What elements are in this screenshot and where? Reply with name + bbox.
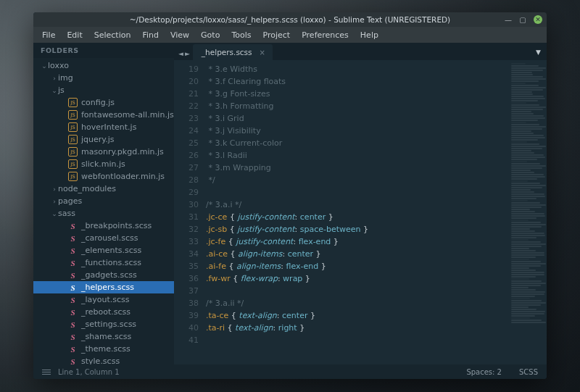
folder-tree[interactable]: ⌄loxxo›img⌄jsJSconfig.jsJSfontawesome-al… [33, 58, 174, 364]
menubar: FileEditSelectionFindViewGotoToolsProjec… [33, 27, 547, 43]
maximize-icon[interactable]: ▢ [519, 16, 526, 23]
tab-close-icon[interactable]: × [260, 49, 265, 57]
tree-item-label: fontawesome-all.min.js [81, 110, 174, 120]
file-jquery.js[interactable]: JSjquery.js [33, 133, 174, 146]
tree-item-label: slick.min.js [81, 159, 125, 169]
file-masonry.pkgd.min.js[interactable]: JSmasonry.pkgd.min.js [33, 146, 174, 158]
file-_helpers.scss[interactable]: S_helpers.scss [33, 281, 174, 293]
tree-item-label: webfontloader.min.js [81, 172, 165, 181]
file-_breakpoints.scss[interactable]: S_breakpoints.scss [33, 220, 174, 232]
menu-tools[interactable]: Tools [225, 28, 257, 42]
code-line[interactable]: * 3.g Font-sizes [206, 88, 509, 100]
close-icon[interactable]: ✕ [534, 15, 542, 24]
line-number: 38 [174, 297, 199, 309]
code-content[interactable]: * 3.e Widths * 3.f Clearing floats * 3.g… [206, 60, 509, 364]
tree-item-label: _breakpoints.scss [81, 221, 152, 230]
code-line[interactable]: .jc-fe { justify-content: flex-end } [206, 235, 509, 248]
line-number: 36 [174, 272, 199, 285]
folder-js[interactable]: ⌄js [33, 84, 174, 96]
menu-help[interactable]: Help [355, 28, 384, 42]
code-line[interactable]: .jc-sb { justify-content: space-between … [206, 223, 509, 235]
menu-find[interactable]: Find [136, 28, 165, 42]
tree-item-label: _shame.scss [81, 332, 131, 341]
code-line[interactable]: .ta-ce { text-align: center } [206, 309, 509, 322]
menu-project[interactable]: Project [257, 28, 297, 42]
js-file-icon: JS [68, 147, 78, 157]
file-fontawesome-all.min.js[interactable]: JSfontawesome-all.min.js [33, 109, 174, 121]
code-line[interactable]: */ [206, 174, 509, 186]
code-line[interactable]: * 3.i Grid [206, 112, 509, 125]
folder-sass[interactable]: ⌄sass [33, 207, 174, 220]
code-line[interactable]: /* 3.a.ii */ [206, 297, 509, 309]
code-line[interactable]: .ta-ri { text-align: right } [206, 322, 509, 334]
file-style.scss[interactable]: Sstyle.scss [33, 355, 174, 364]
syntax-setting[interactable]: SCSS [519, 368, 538, 376]
code-line[interactable]: .fw-wr { flex-wrap: wrap } [206, 272, 509, 285]
minimap[interactable] [509, 60, 547, 364]
tab-nav-arrows[interactable]: ◄► [174, 50, 193, 60]
file-webfontloader.min.js[interactable]: JSwebfontloader.min.js [33, 170, 174, 183]
file-_carousel.scss[interactable]: S_carousel.scss [33, 232, 174, 244]
indent-setting[interactable]: Spaces: 2 [466, 368, 502, 376]
sass-file-icon: S [68, 258, 78, 267]
line-number: 24 [174, 125, 199, 137]
code-line[interactable] [206, 186, 509, 199]
code-line[interactable] [206, 334, 509, 346]
folder-node_modules[interactable]: ›node_modules [33, 183, 174, 195]
menu-preferences[interactable]: Preferences [296, 28, 355, 42]
folder-pages[interactable]: ›pages [33, 195, 174, 207]
code-line[interactable]: * 3.f Clearing floats [206, 75, 509, 88]
code-line[interactable]: /* 3.a.i */ [206, 199, 509, 211]
file-_elements.scss[interactable]: S_elements.scss [33, 244, 174, 257]
sass-file-icon: S [68, 295, 78, 304]
tab-overflow-icon[interactable]: ▼ [536, 49, 541, 56]
line-number: 30 [174, 199, 199, 211]
titlebar[interactable]: ~/Desktop/projects/loxxo/sass/_helpers.s… [33, 12, 547, 27]
code-line[interactable]: * 3.e Widths [206, 63, 509, 75]
window-controls: — ▢ ✕ [505, 15, 542, 24]
code-line[interactable]: .ai-fe { align-items: flex-end } [206, 260, 509, 272]
file-_functions.scss[interactable]: S_functions.scss [33, 257, 174, 269]
file-_settings.scss[interactable]: S_settings.scss [33, 318, 174, 330]
sass-file-icon: S [68, 356, 78, 364]
code-line[interactable]: * 3.k Current-color [206, 137, 509, 149]
folder-img[interactable]: ›img [33, 72, 174, 84]
file-_shame.scss[interactable]: S_shame.scss [33, 330, 174, 343]
chevron-right-icon: › [51, 198, 58, 205]
file-_gadgets.scss[interactable]: S_gadgets.scss [33, 269, 174, 281]
tree-item-label: _helpers.scss [81, 283, 134, 292]
file-_theme.scss[interactable]: S_theme.scss [33, 343, 174, 355]
menu-goto[interactable]: Goto [195, 28, 225, 42]
line-number: 29 [174, 186, 199, 199]
sass-file-icon: S [68, 283, 78, 292]
menu-icon[interactable] [42, 370, 51, 375]
folder-loxxo[interactable]: ⌄loxxo [33, 59, 174, 72]
file-slick.min.js[interactable]: JSslick.min.js [33, 158, 174, 170]
menu-edit[interactable]: Edit [61, 28, 88, 42]
line-number: 41 [174, 334, 199, 346]
line-number: 31 [174, 211, 199, 223]
line-number: 39 [174, 309, 199, 322]
code-line[interactable]: * 3.j Visibility [206, 125, 509, 137]
file-_layout.scss[interactable]: S_layout.scss [33, 293, 174, 306]
sass-file-icon: S [68, 221, 78, 230]
code-line[interactable]: * 3.h Formatting [206, 100, 509, 112]
code-line[interactable] [206, 285, 509, 297]
code-line[interactable]: * 3.m Wrapping [206, 162, 509, 174]
tab-helpers[interactable]: _helpers.scss × [193, 44, 273, 60]
window-title: ~/Desktop/projects/loxxo/sass/_helpers.s… [130, 15, 450, 24]
menu-selection[interactable]: Selection [88, 28, 137, 42]
code-line[interactable]: .ai-ce { align-items: center } [206, 248, 509, 260]
code-line[interactable]: .jc-ce { justify-content: center } [206, 211, 509, 223]
tab-bar[interactable]: ◄► _helpers.scss × ▼ [174, 43, 547, 60]
menu-file[interactable]: File [36, 28, 61, 42]
statusbar: Line 1, Column 1 Spaces: 2 SCSS [33, 364, 547, 379]
menu-view[interactable]: View [165, 28, 195, 42]
minimize-icon[interactable]: — [505, 16, 512, 23]
cursor-position[interactable]: Line 1, Column 1 [58, 368, 120, 376]
code-line[interactable]: * 3.l Radii [206, 149, 509, 162]
file-hoverIntent.js[interactable]: JShoverIntent.js [33, 121, 174, 133]
file-_reboot.scss[interactable]: S_reboot.scss [33, 306, 174, 318]
code-area[interactable]: 1920212223242526272829303132333435363738… [174, 60, 547, 364]
file-config.js[interactable]: JSconfig.js [33, 96, 174, 109]
